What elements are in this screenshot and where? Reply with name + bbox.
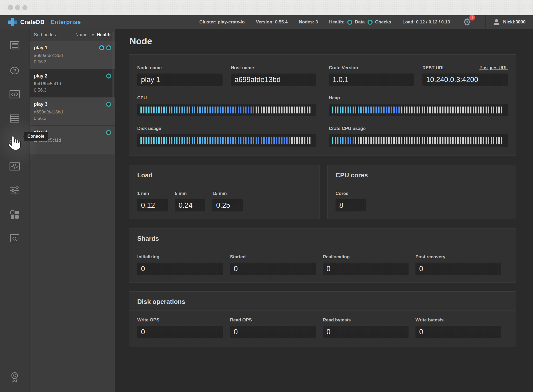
load-5min-value: 0.24 — [175, 199, 205, 211]
app-logo[interactable]: CrateDB Enterprise — [8, 18, 81, 26]
node-list-item-play2[interactable]: play 2 fb416bc5cf1d 0.56.3 — [30, 69, 115, 97]
meter-tick — [232, 107, 234, 113]
meter-tick — [340, 107, 341, 113]
meter-tick — [337, 137, 338, 144]
user-menu[interactable]: Nicki:3000 — [485, 15, 526, 29]
code-icon[interactable] — [0, 90, 29, 99]
meter-tick — [404, 107, 405, 113]
meter-tick — [189, 107, 190, 113]
health-checks-label[interactable]: Checks — [375, 19, 391, 25]
search-panel-icon[interactable] — [0, 234, 29, 243]
node-host: a699afde13bd — [34, 109, 111, 115]
meter-tick — [261, 107, 262, 113]
meter-tick — [434, 137, 436, 144]
award-icon[interactable] — [0, 371, 29, 383]
meter-tick — [179, 137, 180, 144]
page-title: Node — [130, 36, 533, 46]
meter-tick — [409, 107, 410, 113]
meter-tick — [447, 137, 449, 144]
health-label: Health: — [329, 19, 345, 25]
meter-tick — [439, 107, 441, 113]
node-list-scrollbar[interactable] — [112, 32, 114, 106]
write-ops-value: 0 — [137, 326, 223, 338]
cluster-label: Cluster: play-crate-io — [199, 19, 245, 25]
settings-sliders-icon[interactable] — [0, 186, 29, 195]
meter-tick — [174, 107, 175, 113]
meter-tick — [414, 107, 415, 113]
shards-started-value: 0 — [230, 263, 316, 275]
console-tooltip-label: Console — [27, 134, 44, 139]
meter-tick — [493, 107, 494, 113]
meter-tick — [396, 107, 397, 113]
meter-tick — [388, 107, 390, 113]
document-list-icon[interactable] — [0, 40, 29, 50]
meter-tick — [307, 107, 308, 113]
shards-panel: Shards Initializing 0 Started 0 Realloca… — [129, 228, 516, 283]
meter-tick — [304, 107, 305, 113]
meter-tick — [146, 137, 147, 144]
meter-tick — [153, 137, 155, 144]
node-list-item-play1[interactable]: play 1 a699afde13bd 0.56.3 — [30, 41, 115, 69]
node-host: a699afde13bd — [34, 52, 111, 59]
meter-tick — [470, 137, 471, 144]
meter-tick — [457, 107, 459, 113]
load-15min-value: 0.25 — [212, 199, 243, 211]
meter-tick — [452, 107, 454, 113]
meter-tick — [276, 107, 277, 113]
meter-tick — [176, 107, 177, 113]
sort-by-health-button[interactable]: Health — [97, 32, 111, 38]
meter-tick — [207, 137, 208, 144]
meter-tick — [375, 107, 377, 113]
meter-tick — [197, 137, 198, 144]
meter-tick — [465, 137, 466, 144]
meter-tick — [332, 107, 333, 113]
meter-tick — [342, 137, 344, 144]
meter-tick — [483, 107, 484, 113]
help-icon[interactable]: ? — [0, 65, 29, 76]
meter-tick — [156, 137, 157, 144]
meter-tick — [406, 137, 407, 144]
meter-tick — [432, 137, 433, 144]
meter-tick — [301, 107, 303, 113]
meter-tick — [184, 137, 185, 144]
settings-gear-button[interactable]: ⚙ ! — [463, 17, 471, 27]
meter-tick — [153, 107, 155, 113]
crate-version-value: 1.0.1 — [329, 74, 414, 86]
meter-tick — [419, 107, 420, 113]
main-content: Node Node name play 1 Host name a699afde… — [115, 29, 533, 392]
apps-grid-icon[interactable] — [0, 210, 29, 220]
meter-tick — [414, 137, 415, 144]
meter-tick — [161, 137, 162, 144]
meter-tick — [266, 137, 267, 144]
health-data-label[interactable]: Data — [355, 19, 365, 25]
window-close-button[interactable] — [8, 5, 13, 10]
postgres-url-link[interactable]: Postgres URL — [479, 65, 508, 71]
meter-tick — [189, 137, 190, 144]
meter-tick — [496, 107, 497, 113]
meter-tick — [422, 107, 423, 113]
meter-tick — [467, 137, 469, 144]
window-minimize-button[interactable] — [15, 5, 20, 10]
rest-url-label: REST URL — [422, 65, 445, 71]
meter-tick — [386, 107, 387, 113]
meter-tick — [460, 137, 461, 144]
meter-tick — [501, 137, 502, 144]
meter-tick — [478, 137, 479, 144]
meter-tick — [202, 107, 203, 113]
sort-by-name-button[interactable]: Name — [75, 32, 87, 38]
load-15min-label: 15 min — [212, 191, 243, 196]
meter-tick — [230, 137, 231, 144]
meter-tick — [422, 137, 423, 144]
meter-tick — [256, 107, 257, 113]
meter-tick — [171, 107, 172, 113]
crate-cpu-meter-label: Crate CPU usage — [329, 126, 508, 131]
cpu-meter-label: CPU — [137, 95, 316, 101]
meter-tick — [256, 137, 257, 144]
shards-initializing-label: Initializing — [137, 254, 223, 260]
window-zoom-button[interactable] — [22, 5, 27, 10]
node-name: play 3 — [34, 101, 111, 107]
meter-tick — [465, 107, 466, 113]
load-1min-label: 1 min — [137, 191, 168, 196]
sort-label: Sort nodes: — [34, 32, 57, 38]
meter-tick — [258, 137, 259, 144]
